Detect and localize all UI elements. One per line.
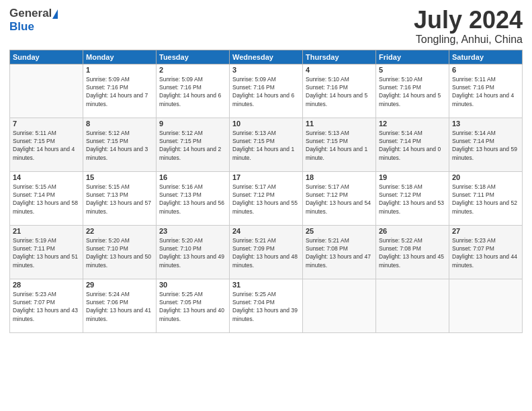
calendar-week-row: 14Sunrise: 5:15 AMSunset: 7:14 PMDayligh… [10,171,523,225]
month-title: July 2024 [414,7,523,34]
calendar-day-cell: 25Sunrise: 5:21 AMSunset: 7:08 PMDayligh… [303,225,376,279]
calendar-day-cell: 29Sunrise: 5:24 AMSunset: 7:06 PMDayligh… [83,279,157,332]
col-tuesday: Tuesday [157,50,230,64]
day-number: 5 [379,66,446,74]
day-info: Sunrise: 5:21 AMSunset: 7:09 PMDaylight:… [232,236,300,269]
location-title: Tongling, Anhui, China [414,34,523,46]
day-number: 3 [232,66,300,74]
col-monday: Monday [83,50,157,64]
calendar-day-cell: 17Sunrise: 5:17 AMSunset: 7:12 PMDayligh… [230,171,303,225]
calendar-day-cell: 16Sunrise: 5:16 AMSunset: 7:13 PMDayligh… [157,171,230,225]
day-info: Sunrise: 5:10 AMSunset: 7:16 PMDaylight:… [379,75,446,108]
day-number: 18 [306,173,373,181]
calendar-week-row: 1Sunrise: 5:09 AMSunset: 7:16 PMDaylight… [10,64,523,118]
day-number: 13 [452,120,519,128]
day-info: Sunrise: 5:15 AMSunset: 7:14 PMDaylight:… [13,183,80,216]
day-number: 12 [379,120,446,128]
calendar-day-cell: 26Sunrise: 5:22 AMSunset: 7:08 PMDayligh… [376,225,449,279]
day-number: 9 [159,120,226,128]
calendar-day-cell: 7Sunrise: 5:11 AMSunset: 7:15 PMDaylight… [10,118,83,171]
day-number: 23 [159,227,226,235]
day-info: Sunrise: 5:25 AMSunset: 7:04 PMDaylight:… [232,290,300,323]
calendar-day-cell: 14Sunrise: 5:15 AMSunset: 7:14 PMDayligh… [10,171,83,225]
calendar-day-cell: 8Sunrise: 5:12 AMSunset: 7:15 PMDaylight… [83,118,157,171]
day-number: 2 [159,66,226,74]
day-number: 25 [306,227,373,235]
col-thursday: Thursday [303,50,376,64]
title-area: July 2024 Tongling, Anhui, China [414,7,523,46]
day-number: 21 [13,227,80,235]
calendar-day-cell: 28Sunrise: 5:23 AMSunset: 7:07 PMDayligh… [10,279,83,332]
calendar-week-row: 21Sunrise: 5:19 AMSunset: 7:11 PMDayligh… [10,225,523,279]
day-info: Sunrise: 5:11 AMSunset: 7:16 PMDaylight:… [452,75,519,108]
page-container: General Blue July 2024 Tongling, Anhui, … [0,0,532,340]
calendar-day-cell: 1Sunrise: 5:09 AMSunset: 7:16 PMDaylight… [83,64,157,118]
calendar-day-cell [376,279,449,332]
calendar-day-cell [10,64,83,118]
day-number: 7 [13,120,80,128]
calendar-day-cell: 24Sunrise: 5:21 AMSunset: 7:09 PMDayligh… [230,225,303,279]
calendar-day-cell: 10Sunrise: 5:13 AMSunset: 7:15 PMDayligh… [230,118,303,171]
day-number: 17 [232,173,300,181]
day-info: Sunrise: 5:23 AMSunset: 7:07 PMDaylight:… [13,290,80,323]
calendar-day-cell: 31Sunrise: 5:25 AMSunset: 7:04 PMDayligh… [230,279,303,332]
logo-triangle-icon [52,9,58,19]
day-number: 29 [86,281,153,289]
day-info: Sunrise: 5:21 AMSunset: 7:08 PMDaylight:… [306,236,373,269]
calendar-day-cell [449,279,523,332]
day-info: Sunrise: 5:20 AMSunset: 7:10 PMDaylight:… [86,236,153,269]
day-info: Sunrise: 5:09 AMSunset: 7:16 PMDaylight:… [86,75,153,108]
calendar-day-cell: 23Sunrise: 5:20 AMSunset: 7:10 PMDayligh… [157,225,230,279]
col-friday: Friday [376,50,449,64]
calendar-day-cell: 3Sunrise: 5:09 AMSunset: 7:16 PMDaylight… [230,64,303,118]
calendar-day-cell: 18Sunrise: 5:17 AMSunset: 7:12 PMDayligh… [303,171,376,225]
day-info: Sunrise: 5:16 AMSunset: 7:13 PMDaylight:… [159,183,226,216]
day-number: 11 [306,120,373,128]
day-number: 16 [159,173,226,181]
calendar-day-cell: 13Sunrise: 5:14 AMSunset: 7:14 PMDayligh… [449,118,523,171]
calendar-day-cell: 11Sunrise: 5:13 AMSunset: 7:15 PMDayligh… [303,118,376,171]
day-number: 26 [379,227,446,235]
calendar-day-cell: 15Sunrise: 5:15 AMSunset: 7:13 PMDayligh… [83,171,157,225]
day-number: 4 [306,66,373,74]
day-number: 1 [86,66,153,74]
day-info: Sunrise: 5:10 AMSunset: 7:16 PMDaylight:… [306,75,373,108]
calendar-day-cell: 20Sunrise: 5:18 AMSunset: 7:11 PMDayligh… [449,171,523,225]
day-info: Sunrise: 5:20 AMSunset: 7:10 PMDaylight:… [159,236,226,269]
day-info: Sunrise: 5:13 AMSunset: 7:15 PMDaylight:… [232,129,300,162]
day-info: Sunrise: 5:17 AMSunset: 7:12 PMDaylight:… [306,183,373,216]
day-number: 31 [232,281,300,289]
calendar-day-cell: 9Sunrise: 5:12 AMSunset: 7:15 PMDaylight… [157,118,230,171]
day-info: Sunrise: 5:23 AMSunset: 7:07 PMDaylight:… [452,236,519,269]
day-info: Sunrise: 5:09 AMSunset: 7:16 PMDaylight:… [159,75,226,108]
day-number: 22 [86,227,153,235]
day-number: 24 [232,227,300,235]
logo-general-text: General [9,7,52,20]
day-number: 14 [13,173,80,181]
calendar-day-cell: 5Sunrise: 5:10 AMSunset: 7:16 PMDaylight… [376,64,449,118]
calendar-header-row: Sunday Monday Tuesday Wednesday Thursday… [10,50,523,64]
col-sunday: Sunday [10,50,83,64]
calendar-day-cell: 6Sunrise: 5:11 AMSunset: 7:16 PMDaylight… [449,64,523,118]
calendar-week-row: 28Sunrise: 5:23 AMSunset: 7:07 PMDayligh… [10,279,523,332]
calendar-day-cell [303,279,376,332]
day-info: Sunrise: 5:18 AMSunset: 7:11 PMDaylight:… [452,183,519,216]
day-info: Sunrise: 5:12 AMSunset: 7:15 PMDaylight:… [86,129,153,162]
logo-blue-text: Blue [9,20,34,33]
calendar-day-cell: 19Sunrise: 5:18 AMSunset: 7:12 PMDayligh… [376,171,449,225]
calendar-day-cell: 2Sunrise: 5:09 AMSunset: 7:16 PMDaylight… [157,64,230,118]
col-saturday: Saturday [449,50,523,64]
day-number: 27 [452,227,519,235]
day-info: Sunrise: 5:25 AMSunset: 7:05 PMDaylight:… [159,290,226,323]
calendar-table: Sunday Monday Tuesday Wednesday Thursday… [9,50,523,333]
day-info: Sunrise: 5:22 AMSunset: 7:08 PMDaylight:… [379,236,446,269]
day-info: Sunrise: 5:12 AMSunset: 7:15 PMDaylight:… [159,129,226,162]
day-info: Sunrise: 5:09 AMSunset: 7:16 PMDaylight:… [232,75,300,108]
logo: General Blue [9,7,58,34]
calendar-day-cell: 21Sunrise: 5:19 AMSunset: 7:11 PMDayligh… [10,225,83,279]
calendar-day-cell: 12Sunrise: 5:14 AMSunset: 7:14 PMDayligh… [376,118,449,171]
calendar-day-cell: 22Sunrise: 5:20 AMSunset: 7:10 PMDayligh… [83,225,157,279]
day-info: Sunrise: 5:14 AMSunset: 7:14 PMDaylight:… [379,129,446,162]
day-info: Sunrise: 5:15 AMSunset: 7:13 PMDaylight:… [86,183,153,216]
day-number: 15 [86,173,153,181]
